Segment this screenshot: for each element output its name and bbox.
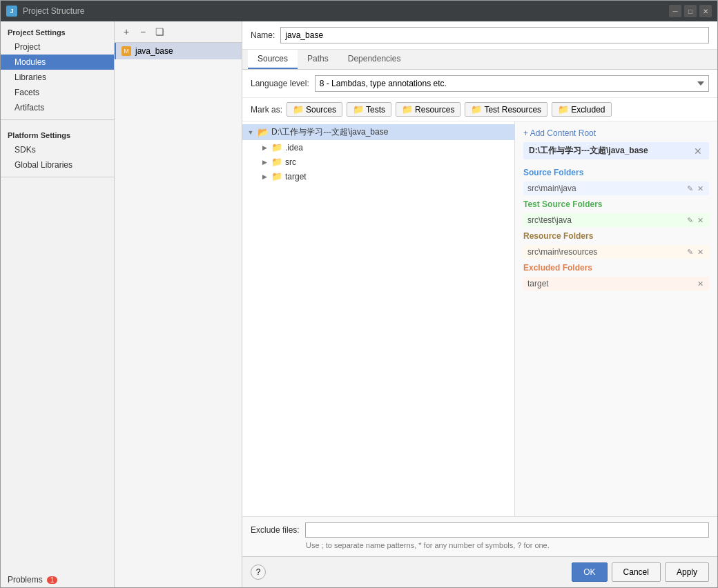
- source-folder-remove-button-0[interactable]: ✕: [696, 184, 705, 193]
- sidebar-item-problems[interactable]: Problems 1: [1, 572, 114, 587]
- excluded-folder-actions-0: ✕: [696, 280, 705, 288]
- resource-folder-remove-button-0[interactable]: ✕: [696, 248, 705, 257]
- excluded-folder-icon: 📁: [558, 104, 569, 115]
- exclude-files-row: Exclude files:: [251, 522, 709, 538]
- dialog-title: Project Structure: [23, 6, 84, 16]
- title-bar: J Project Structure ─ □ ✕: [1, 1, 717, 21]
- resource-folders-header: Resource Folders: [523, 228, 709, 244]
- tree-item-root[interactable]: ▼ 📂 D:\工作与学习---文超\java_base: [242, 124, 514, 140]
- exclude-files-input[interactable]: [305, 522, 709, 538]
- app-icon: J: [6, 6, 17, 17]
- mark-test-resources-label: Test Resources: [484, 105, 541, 115]
- maximize-button[interactable]: □: [684, 5, 697, 17]
- expand-icon-src: ▶: [260, 158, 269, 166]
- excluded-folders-header: Excluded Folders: [523, 260, 709, 275]
- test-folder-row-0: src\test\java ✎ ✕: [523, 213, 709, 227]
- tabs-bar: Sources Paths Dependencies: [242, 50, 717, 70]
- ok-button[interactable]: OK: [572, 562, 607, 582]
- folder-icon-idea: 📁: [271, 142, 282, 153]
- mark-tests-label: Tests: [366, 105, 385, 115]
- exclude-files-hint: Use ; to separate name patterns, * for a…: [251, 540, 709, 551]
- resource-folder-path-0: src\main\resources: [527, 247, 686, 257]
- mark-sources-label: Sources: [306, 105, 336, 115]
- tree-item-target-label: target: [285, 172, 307, 182]
- close-button[interactable]: ✕: [699, 5, 712, 17]
- sidebar-divider: [1, 119, 114, 120]
- copy-module-button[interactable]: ❏: [152, 24, 167, 39]
- sidebar-item-modules[interactable]: Modules: [1, 55, 114, 70]
- source-folders-header: Source Folders: [523, 165, 709, 180]
- excluded-folder-row-0: target ✕: [523, 277, 709, 291]
- sidebar: Project Settings Project Modules Librari…: [1, 21, 115, 587]
- remove-module-button[interactable]: −: [135, 24, 151, 39]
- content-root-path: D:\工作与学习---文超\java_base ✕: [523, 142, 709, 159]
- source-folder-path-0: src\main\java: [527, 184, 686, 193]
- tree-item-idea[interactable]: ▶ 📁 .idea: [242, 140, 514, 155]
- project-settings-label: Project Settings: [1, 21, 114, 39]
- language-level-select[interactable]: 8 - Lambdas, type annotations etc.: [315, 75, 709, 92]
- tree-item-root-label: D:\工作与学习---文超\java_base: [271, 126, 388, 138]
- project-structure-dialog: J Project Structure ─ □ ✕ Project Settin…: [0, 0, 718, 588]
- source-folder-actions-0: ✎ ✕: [686, 184, 705, 193]
- excluded-folder-path-0: target: [527, 279, 696, 288]
- module-toolbar: + − ❏: [115, 21, 242, 43]
- mark-as-label: Mark as:: [251, 105, 282, 115]
- folder-icon-target: 📁: [271, 171, 282, 182]
- name-label: Name:: [251, 30, 275, 40]
- content-root-path-text: D:\工作与学习---文超\java_base: [529, 145, 648, 157]
- sidebar-item-artifacts[interactable]: Artifacts: [1, 100, 114, 115]
- tests-folder-icon: 📁: [353, 104, 364, 115]
- footer-left: ?: [251, 562, 567, 582]
- mark-as-tests-button[interactable]: 📁 Tests: [347, 102, 391, 117]
- apply-button[interactable]: Apply: [665, 562, 709, 582]
- mark-as-bar: Mark as: 📁 Sources 📁 Tests 📁 Resources 📁…: [242, 98, 717, 121]
- mark-as-sources-button[interactable]: 📁 Sources: [287, 102, 342, 117]
- mark-as-test-resources-button[interactable]: 📁 Test Resources: [465, 102, 547, 117]
- help-button[interactable]: ?: [251, 565, 266, 580]
- module-item[interactable]: M java_base: [115, 43, 242, 59]
- add-module-button[interactable]: +: [119, 24, 134, 39]
- tree-item-target[interactable]: ▶ 📁 target: [242, 169, 514, 184]
- module-icon: M: [122, 46, 131, 56]
- expand-icon-target: ▶: [260, 173, 269, 181]
- minimize-button[interactable]: ─: [669, 5, 681, 17]
- tree-item-src[interactable]: ▶ 📁 src: [242, 155, 514, 169]
- tree-item-src-label: src: [285, 157, 296, 167]
- name-input[interactable]: [280, 27, 709, 43]
- language-level-label: Language level:: [251, 79, 309, 88]
- title-bar-left: J Project Structure: [6, 6, 84, 17]
- mark-as-resources-button[interactable]: 📁 Resources: [396, 102, 460, 117]
- add-content-root-button[interactable]: + Add Content Root: [523, 127, 709, 142]
- tree-item-idea-label: .idea: [285, 143, 303, 153]
- sidebar-item-global-libraries[interactable]: Global Libraries: [1, 157, 114, 173]
- test-folder-edit-button-0[interactable]: ✎: [686, 216, 695, 225]
- tab-paths[interactable]: Paths: [298, 50, 338, 69]
- cancel-button[interactable]: Cancel: [612, 562, 661, 582]
- sources-folder-icon: 📁: [293, 104, 304, 115]
- mark-excluded-label: Excluded: [571, 105, 605, 115]
- tab-sources[interactable]: Sources: [248, 50, 298, 69]
- right-panel: Name: Sources Paths Dependencies Languag…: [242, 21, 717, 587]
- sidebar-item-libraries[interactable]: Libraries: [1, 70, 114, 85]
- problems-label: Problems: [8, 575, 43, 585]
- problems-badge: 1: [47, 576, 58, 584]
- excluded-folder-remove-button-0[interactable]: ✕: [696, 280, 705, 288]
- expand-icon-idea: ▶: [260, 144, 269, 152]
- dialog-footer: ? OK Cancel Apply: [242, 556, 717, 587]
- resource-folder-edit-button-0[interactable]: ✎: [686, 248, 695, 257]
- source-folder-edit-button-0[interactable]: ✎: [686, 184, 695, 193]
- resource-folder-actions-0: ✎ ✕: [686, 248, 705, 257]
- content-root-close-button[interactable]: ✕: [692, 146, 704, 157]
- mark-as-excluded-button[interactable]: 📁 Excluded: [552, 102, 611, 117]
- resource-folder-row-0: src\main\resources ✎ ✕: [523, 245, 709, 259]
- bottom-area: Exclude files: Use ; to separate name pa…: [242, 516, 717, 556]
- source-folder-row-0: src\main\java ✎ ✕: [523, 182, 709, 195]
- sidebar-item-project[interactable]: Project: [1, 39, 114, 55]
- platform-settings-label: Platform Settings: [1, 124, 114, 142]
- sidebar-item-sdks[interactable]: SDKs: [1, 142, 114, 157]
- info-panel: + Add Content Root D:\工作与学习---文超\java_ba…: [515, 121, 717, 516]
- test-folder-remove-button-0[interactable]: ✕: [696, 216, 705, 225]
- folder-icon-root: 📂: [258, 127, 269, 137]
- tab-dependencies[interactable]: Dependencies: [338, 50, 411, 69]
- sidebar-item-facets[interactable]: Facets: [1, 85, 114, 100]
